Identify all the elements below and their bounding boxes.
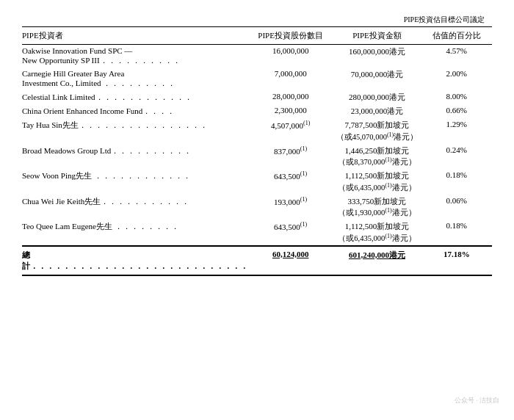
watermark: 公众号 · 洁技自 (455, 396, 499, 405)
amount-value: 333,750新加坡元（或1,930,000(1)港元） (333, 195, 424, 220)
total-row: 總計．．．．．．．．．．．．．．．．．．．．．．．．．．．60,124,0006… (22, 246, 492, 275)
table-row: Carnegie Hill Greater Bay AreaInvestment… (22, 68, 492, 90)
col2-header: PIPE投資股份數目 (251, 27, 333, 45)
percentage-value: 0.06% (424, 195, 492, 220)
amount-value: 160,000,000港元 (333, 45, 424, 68)
amount-value: 23,000,000港元 (333, 104, 424, 118)
amount-value: 1,112,500新加坡元（或6,435,000(1)港元） (333, 169, 424, 195)
pipe-investors-table: PIPE投資者 PIPE投資股份數目 PIPE投資金額 估值的百分比 Oakwi… (22, 26, 492, 276)
table-row: Tay Hua Sin先生．．．．．．．．．．．．．．．．4,507,000(1… (22, 118, 492, 144)
investor-name: Chua Wei Jie Keith先生．．．．．．．．．．． (22, 195, 251, 220)
total-shares: 60,124,000 (251, 246, 333, 275)
percentage-value: 8.00% (424, 90, 492, 104)
table-row: Teo Quee Lam Eugene先生 ．．．．．．．．643,500(1)… (22, 220, 492, 246)
table-row: Chua Wei Jie Keith先生．．．．．．．．．．．193,000(1… (22, 195, 492, 220)
percentage-value: 0.24% (424, 144, 492, 170)
table-row: Broad Meadows Group Ltd．．．．．．．．．．837,000… (22, 144, 492, 170)
investor-name: Carnegie Hill Greater Bay AreaInvestment… (22, 68, 251, 90)
investor-name: Seow Voon Ping先生 ．．．．．．．．．．．． (22, 169, 251, 195)
investor-name: Teo Quee Lam Eugene先生 ．．．．．．．． (22, 220, 251, 246)
shares-value: 2,300,000 (251, 104, 333, 118)
shares-value: 16,000,000 (251, 45, 333, 68)
amount-value: 70,000,000港元 (333, 68, 424, 90)
percentage-value: 4.57% (424, 45, 492, 68)
table-row: Oakwise Innovation Fund SPC —New Opportu… (22, 45, 492, 68)
total-label: 總計．．．．．．．．．．．．．．．．．．．．．．．．．．． (22, 246, 251, 275)
col1-header: PIPE投資者 (22, 27, 251, 45)
shares-value: 837,000(1) (251, 144, 333, 170)
shares-value: 28,000,000 (251, 90, 333, 104)
table-row: Celestial Link Limited．．．．．．．．．．．．28,000… (22, 90, 492, 104)
percentage-value: 1.29% (424, 118, 492, 144)
table-row: Seow Voon Ping先生 ．．．．．．．．．．．．643,500(1)1… (22, 169, 492, 195)
investor-name: Tay Hua Sin先生．．．．．．．．．．．．．．．． (22, 118, 251, 144)
amount-value: 1,446,250新加坡元（或8,370,000(1)港元） (333, 144, 424, 170)
investor-name: Broad Meadows Group Ltd．．．．．．．．．． (22, 144, 251, 170)
shares-value: 193,000(1) (251, 195, 333, 220)
percentage-value: 2.00% (424, 68, 492, 90)
investor-name: China Orient Enhanced Income Fund．．．． (22, 104, 251, 118)
column-header-extra: PIPE投資估目標公司議定 (22, 15, 492, 25)
col3-header: PIPE投資金額 (333, 27, 424, 45)
percentage-value: 0.18% (424, 220, 492, 246)
shares-value: 643,500(1) (251, 169, 333, 195)
col4-header-pre: PIPE投資估目標公司議定 (397, 15, 492, 25)
shares-value: 643,500(1) (251, 220, 333, 246)
shares-value: 7,000,000 (251, 68, 333, 90)
percentage-value: 0.66% (424, 104, 492, 118)
amount-value: 7,787,500新加坡元（或45,070,000(1)港元） (333, 118, 424, 144)
amount-value: 1,112,500新加坡元（或6,435,000(1)港元） (333, 220, 424, 246)
col4-header: 估值的百分比 (424, 27, 492, 45)
investor-name: Celestial Link Limited．．．．．．．．．．．． (22, 90, 251, 104)
table-row: China Orient Enhanced Income Fund．．．．2,3… (22, 104, 492, 118)
amount-value: 280,000,000港元 (333, 90, 424, 104)
shares-value: 4,507,000(1) (251, 118, 333, 144)
percentage-value: 0.18% (424, 169, 492, 195)
table-header-row: PIPE投資者 PIPE投資股份數目 PIPE投資金額 估值的百分比 (22, 27, 492, 45)
total-pct: 17.18% (424, 246, 492, 275)
total-amount: 601,240,000港元 (333, 246, 424, 275)
investor-name: Oakwise Innovation Fund SPC —New Opportu… (22, 45, 251, 68)
